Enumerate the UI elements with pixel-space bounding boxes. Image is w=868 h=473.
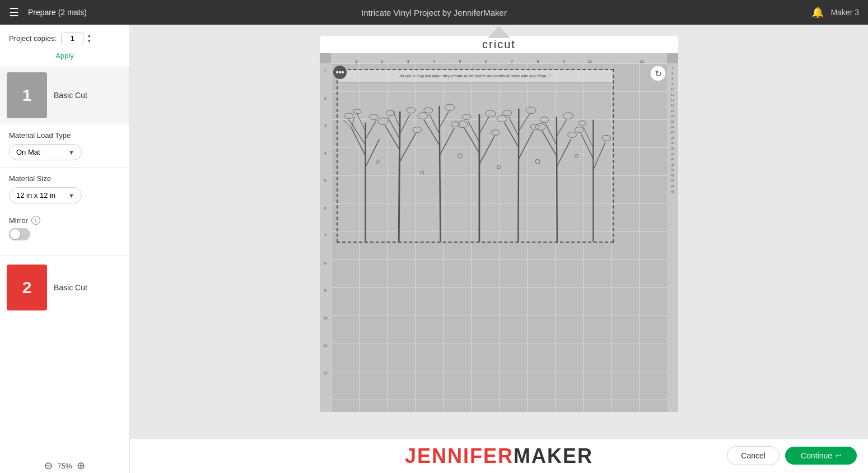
copies-down-button[interactable]: ▼ [86,39,92,44]
bell-icon[interactable]: 🔔 [811,6,824,18]
svg-point-56 [568,132,577,138]
project-copies-label: Project copies: [9,34,57,43]
svg-line-39 [518,109,519,243]
svg-line-15 [400,114,410,134]
ruler-left: 1 2 3 4 5 6 7 8 9 10 11 12 [320,63,331,412]
material-load-section: Material Load Type On Mat ▼ [0,124,129,167]
copies-up-button[interactable]: ▲ [86,33,92,39]
mat-canvas: 1 2 3 4 5 6 7 8 9 10 12 [320,53,678,412]
svg-line-43 [519,114,529,131]
svg-point-27 [424,108,433,113]
material-size-value: 12 in x 12 in [16,191,55,200]
zoom-in-button[interactable]: ⊕ [77,461,85,471]
cancel-button[interactable]: Cancel [727,446,780,465]
svg-line-60 [583,127,593,148]
mat-refresh-button[interactable]: ↻ [650,66,666,81]
svg-point-53 [535,124,545,131]
mirror-section: Mirror i [0,210,129,246]
svg-point-69 [575,154,578,157]
zoom-out-button[interactable]: ⊖ [44,461,53,471]
continue-icon: ↩ [836,452,841,460]
mat-1-label: Basic Cut [54,91,87,100]
svg-point-18 [386,110,395,116]
svg-point-8 [344,113,353,119]
svg-point-67 [497,165,501,169]
svg-point-44 [497,115,507,122]
toggle-knob [10,229,20,239]
svg-line-12 [385,126,400,151]
svg-line-4 [366,120,377,140]
material-load-dropdown[interactable]: On Mat ▼ [9,144,82,160]
bottom-actions: Cancel Continue ↩ [727,446,857,465]
svg-point-9 [353,109,361,114]
copies-spinners: ▲ ▼ [86,33,92,44]
svg-point-66 [458,154,462,158]
mat-design[interactable]: no one is truly lost when they remain in… [337,69,614,243]
mat-1-number: 1 [22,86,32,105]
copies-input[interactable] [61,33,83,44]
ruler-top: 1 2 3 4 5 6 7 8 9 10 12 [331,53,667,63]
canvas-area: cricut 1 2 3 4 5 6 7 8 9 [130,25,868,473]
apply-button[interactable]: Apply [9,49,120,62]
svg-line-34 [479,117,489,134]
svg-line-41 [519,131,533,159]
svg-point-37 [486,110,496,117]
cricut-logo: cricut [482,38,516,51]
svg-point-54 [540,117,549,123]
svg-line-33 [468,122,479,142]
material-size-section: Material Size 12 in x 12 in ▼ [0,167,129,210]
mat-item-2[interactable]: 2 Basic Cut [0,255,129,316]
svg-line-51 [545,124,557,145]
svg-point-63 [602,135,611,141]
svg-line-11 [399,112,400,243]
svg-line-32 [479,136,494,164]
svg-point-61 [575,127,584,133]
svg-line-16 [393,112,400,128]
svg-point-46 [526,107,536,114]
svg-point-68 [535,159,540,164]
brand-maker: MAKER [514,444,593,467]
material-size-dropdown[interactable]: 12 in x 12 in ▼ [9,187,82,203]
svg-point-19 [407,108,416,113]
svg-point-64 [376,160,379,163]
svg-point-26 [418,113,428,119]
chevron-down-icon-size: ▼ [68,192,74,199]
svg-point-10 [370,114,379,120]
mat-options-button[interactable]: ••• [333,66,347,79]
mat-thumb-1: 1 [7,72,47,118]
material-load-value: On Mat [16,148,40,156]
svg-point-17 [378,118,388,125]
copies-input-wrap: ▲ ▼ [61,33,92,44]
svg-point-28 [445,104,455,111]
mat-header: cricut [320,36,678,53]
brand-text: JENNIFERMAKER [405,444,593,468]
mirror-info-icon[interactable]: i [31,216,40,225]
continue-label: Continue [801,451,832,460]
menu-icon[interactable]: ☰ [9,6,19,19]
topbar-right: 🔔 Maker 3 [811,6,859,18]
mat-canvas-wrap: cricut 1 2 3 4 5 6 7 8 9 [320,36,678,412]
ruler-right: 2 4 6 8 10 12 14 16 18 20 22 24 26 28 [667,63,678,412]
svg-point-36 [462,114,471,120]
svg-line-52 [557,120,567,137]
topbar: ☰ Prepare (2 mats) Intricate Vinyl Proje… [0,0,868,25]
mat-item-1[interactable]: 1 Basic Cut [0,67,129,124]
svg-point-55 [563,113,573,119]
mat-2-label: Basic Cut [54,283,87,292]
material-size-title: Material Size [9,174,120,183]
continue-button[interactable]: Continue ↩ [785,447,857,465]
svg-line-25 [440,112,449,128]
main-layout: Project copies: ▲ ▼ Apply 1 Basic Cut Ma… [0,25,868,473]
design-svg [338,81,613,243]
svg-line-31 [464,128,479,154]
svg-line-13 [400,133,416,161]
sidebar: Project copies: ▲ ▼ Apply 1 Basic Cut Ma… [0,25,130,473]
brand-jennifer: JENNIFER [405,444,514,467]
mat-arrow-indicator [488,26,510,38]
project-title: Intricate Vinyl Project by JenniferMaker [361,8,507,17]
mirror-label: Mirror i [9,216,120,225]
project-copies-section: Project copies: ▲ ▼ [0,25,129,49]
chevron-down-icon: ▼ [68,149,74,156]
mirror-toggle[interactable] [9,228,30,240]
svg-line-23 [440,128,455,156]
